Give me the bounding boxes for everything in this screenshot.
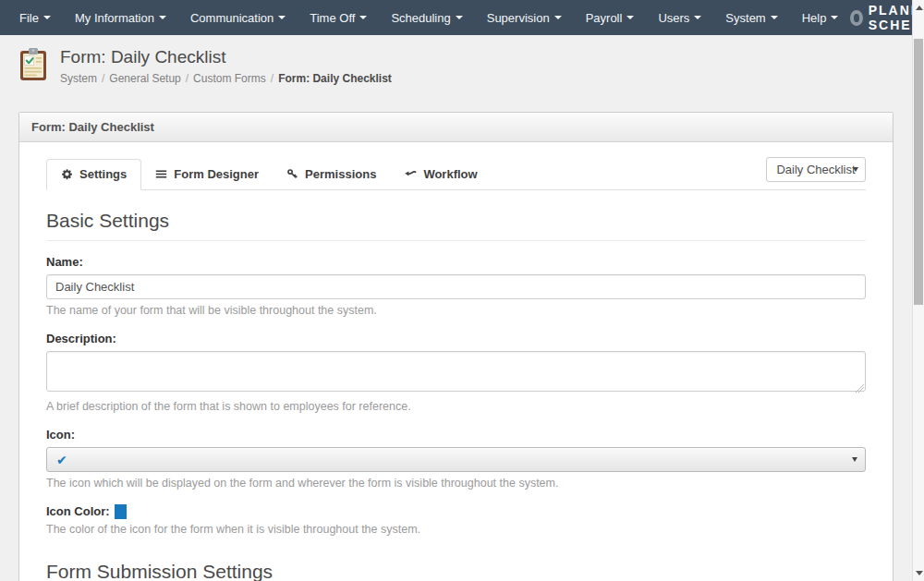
breadcrumb-system[interactable]: System <box>60 72 97 85</box>
form-panel: Form: Daily Checklist Settings Form Desi… <box>18 112 894 581</box>
chevron-down-icon <box>278 16 286 19</box>
breadcrumb-separator: / <box>271 72 274 85</box>
tab-permissions-label: Permissions <box>305 167 376 181</box>
chevron-down-icon <box>456 16 463 19</box>
name-input[interactable] <box>46 274 866 299</box>
chevron-down-icon <box>853 167 858 172</box>
name-label: Name: <box>46 255 83 269</box>
breadcrumb-separator: / <box>186 72 188 85</box>
nav-supervision[interactable]: Supervision <box>475 0 574 35</box>
nav-file-label: File <box>19 11 39 25</box>
nav-time-off-label: Time Off <box>310 11 355 25</box>
name-help: The name of your form that will be visib… <box>46 304 866 317</box>
breadcrumb-custom-forms[interactable]: Custom Forms <box>193 72 266 85</box>
tab-workflow[interactable]: Workflow <box>390 159 491 190</box>
nav-my-information[interactable]: My Information <box>63 0 178 35</box>
description-textarea[interactable] <box>46 351 866 392</box>
breadcrumb-general-setup[interactable]: General Setup <box>109 72 180 85</box>
chevron-down-icon <box>359 16 367 19</box>
description-label: Description: <box>46 332 116 345</box>
description-group: Description: A brief description of the … <box>46 330 866 413</box>
icon-color-label: Icon Color: <box>46 504 110 518</box>
nav-communication-label: Communication <box>190 11 274 25</box>
tab-settings[interactable]: Settings <box>46 159 141 190</box>
icon-help: The icon which will be displayed on the … <box>46 477 866 490</box>
nav-payroll-label: Payroll <box>586 11 623 25</box>
page-title: Form: Daily Checklist <box>60 45 392 69</box>
nav-scheduling[interactable]: Scheduling <box>379 0 474 35</box>
nav-time-off[interactable]: Time Off <box>298 0 379 35</box>
nav-system[interactable]: System <box>713 0 789 35</box>
chevron-down-icon <box>159 16 166 19</box>
icon-color-help: The color of the icon for the form when … <box>46 523 866 536</box>
tab-permissions[interactable]: Permissions <box>273 159 390 190</box>
scroll-up-icon[interactable] <box>916 6 923 10</box>
icon-group: Icon: ✔ The icon which will be displayed… <box>46 426 866 490</box>
workflow-icon <box>404 168 417 180</box>
section-title-basic-settings: Basic Settings <box>46 210 866 241</box>
page-header: Form: Daily Checklist System/General Set… <box>0 35 924 112</box>
tab-workflow-label: Workflow <box>423 167 477 181</box>
form-picker-value: Daily Checklist <box>776 163 855 176</box>
breadcrumb-separator: / <box>102 72 104 85</box>
app-window: File My Information Communication Time O… <box>0 0 924 581</box>
nav-file[interactable]: File <box>7 0 63 35</box>
chevron-down-icon <box>852 457 857 462</box>
nav-supervision-label: Supervision <box>487 11 550 25</box>
form-picker-dropdown[interactable]: Daily Checklist <box>766 157 866 182</box>
icon-color-swatch[interactable] <box>115 504 127 519</box>
vertical-scrollbar[interactable] <box>912 0 924 581</box>
key-icon <box>286 168 298 180</box>
page-header-text: Form: Daily Checklist System/General Set… <box>60 45 392 85</box>
icon-dropdown[interactable]: ✔ <box>46 447 866 472</box>
chevron-down-icon <box>554 16 562 19</box>
nav-scheduling-label: Scheduling <box>391 11 450 25</box>
chevron-down-icon <box>771 16 778 19</box>
panel-body: Settings Form Designer Permissions <box>19 142 893 581</box>
list-icon <box>155 168 167 180</box>
brand-logo-icon <box>850 10 862 26</box>
nav-my-information-label: My Information <box>75 11 154 25</box>
tab-form-designer[interactable]: Form Designer <box>141 159 273 190</box>
nav-help-label: Help <box>802 11 827 25</box>
gear-icon <box>61 168 73 180</box>
check-icon: ✔ <box>56 454 67 466</box>
tab-bar: Settings Form Designer Permissions <box>46 159 866 190</box>
main-navbar: File My Information Communication Time O… <box>0 0 912 35</box>
nav-communication[interactable]: Communication <box>178 0 298 35</box>
tab-form-designer-label: Form Designer <box>174 167 259 181</box>
icon-label: Icon: <box>46 428 75 442</box>
clipboard-check-icon <box>18 47 48 85</box>
chevron-down-icon <box>43 16 51 19</box>
nav-help[interactable]: Help <box>790 0 851 35</box>
chevron-down-icon <box>626 16 634 19</box>
scrollbar-thumb[interactable] <box>914 39 923 305</box>
nav-payroll[interactable]: Payroll <box>574 0 647 35</box>
nav-system-label: System <box>725 11 765 25</box>
panel-heading: Form: Daily Checklist <box>19 113 893 142</box>
tab-settings-label: Settings <box>79 167 127 181</box>
section-title-form-submission: Form Submission Settings <box>46 561 866 581</box>
breadcrumb: System/General Setup/Custom Forms/Form: … <box>60 72 392 85</box>
name-group: Name: The name of your form that will be… <box>46 253 866 317</box>
breadcrumb-current: Form: Daily Checklist <box>278 72 392 85</box>
icon-color-group: Icon Color: The color of the icon for th… <box>46 502 866 536</box>
nav-users-label: Users <box>658 11 689 25</box>
chevron-down-icon <box>694 16 701 19</box>
chevron-down-icon <box>831 16 838 19</box>
nav-users[interactable]: Users <box>646 0 713 35</box>
description-help: A brief description of the form that is … <box>46 400 866 413</box>
scroll-down-icon[interactable] <box>916 571 923 575</box>
